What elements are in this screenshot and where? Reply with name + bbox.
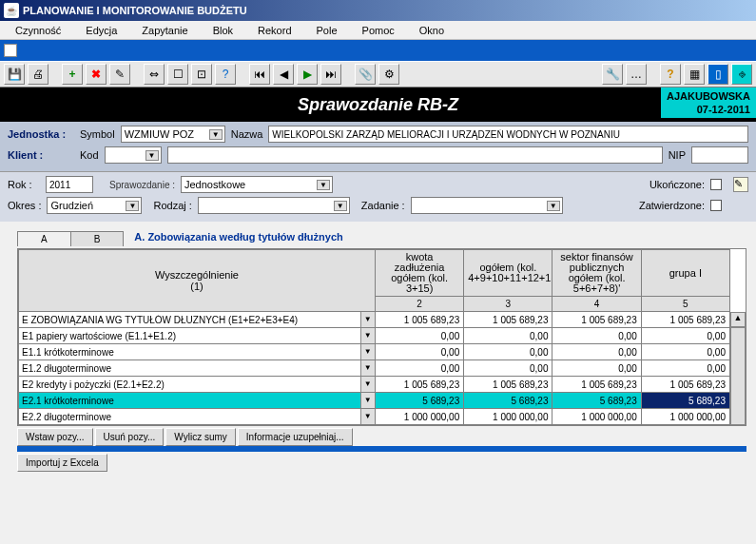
save-icon[interactable]: 💾 <box>4 64 25 85</box>
cell[interactable]: 1 005 689,23 <box>641 377 729 393</box>
menu-rekord[interactable]: Rekord <box>246 23 302 38</box>
row-name-input[interactable] <box>19 393 360 408</box>
cell[interactable]: 1 005 689,23 <box>552 377 641 393</box>
menu-czynnosc[interactable]: Czynność <box>4 23 72 38</box>
list-icon[interactable]: ▯ <box>708 64 728 85</box>
dropdown-icon[interactable]: ▼ <box>360 393 375 408</box>
cell[interactable]: 1 000 000,00 <box>552 409 641 425</box>
nazwa-input[interactable] <box>268 126 748 143</box>
next-icon[interactable]: ▶ <box>297 64 318 85</box>
menu-okno[interactable]: Okno <box>408 23 456 38</box>
rok-input[interactable] <box>46 176 93 193</box>
help2-icon[interactable]: ? <box>660 64 681 85</box>
table-row[interactable]: ▼1 000 000,001 000 000,001 000 000,001 0… <box>19 409 730 425</box>
save-window-icon[interactable] <box>4 44 17 57</box>
row-name-cell[interactable]: ▼ <box>19 328 376 344</box>
cell[interactable]: 0,00 <box>376 328 464 344</box>
menu-blok[interactable]: Blok <box>202 23 244 38</box>
nav1-icon[interactable]: ⇔ <box>144 64 165 85</box>
table-row[interactable]: ▼0,000,000,000,00 <box>19 360 730 377</box>
ukonczone-checkbox[interactable] <box>710 179 722 190</box>
tab-a[interactable]: A <box>17 231 71 246</box>
klient-input[interactable] <box>167 146 663 164</box>
dropdown-icon[interactable]: ▼ <box>360 344 375 359</box>
cell[interactable]: 0,00 <box>464 360 552 377</box>
dropdown-icon[interactable]: ▼ <box>360 377 375 392</box>
wstaw-button[interactable]: Wstaw pozy... <box>17 428 93 446</box>
cell[interactable]: 5 689,23 <box>552 393 641 409</box>
cell[interactable]: 0,00 <box>376 360 464 377</box>
nav3-icon[interactable]: ⊡ <box>191 64 212 85</box>
cell[interactable]: 1 000 000,00 <box>464 409 552 425</box>
cell[interactable]: 1 005 689,23 <box>376 377 464 393</box>
zadanie-combo[interactable] <box>411 197 563 214</box>
cell[interactable]: 0,00 <box>552 360 641 377</box>
tab-b[interactable]: B <box>70 231 125 246</box>
info-button[interactable]: Informacje uzupełniaj... <box>238 428 353 446</box>
row-name-cell[interactable]: ▼ <box>19 393 376 409</box>
cell[interactable]: 5 689,23 <box>641 393 729 409</box>
dropdown-icon[interactable]: ▼ <box>360 409 375 424</box>
dropdown-icon[interactable]: ▼ <box>360 360 375 376</box>
menu-pole[interactable]: Pole <box>305 23 349 38</box>
import-button[interactable]: Importuj z Excela <box>17 454 107 472</box>
dropdown-icon[interactable]: ▼ <box>360 312 375 327</box>
symbol-combo[interactable]: WZMIUW POZ <box>121 126 225 143</box>
grid-icon[interactable]: ▦ <box>684 64 705 85</box>
menu-zapytanie[interactable]: Zapytanie <box>130 23 199 38</box>
usun-button[interactable]: Usuń pozy... <box>95 428 165 446</box>
cell[interactable]: 0,00 <box>641 360 729 377</box>
delete-icon[interactable]: ✖ <box>86 64 107 85</box>
okres-combo[interactable]: Grudzień <box>47 197 142 214</box>
table-row[interactable]: ▼0,000,000,000,00 <box>19 328 730 344</box>
menu-edycja[interactable]: Edycja <box>74 23 128 38</box>
table-row[interactable]: ▼5 689,235 689,235 689,235 689,23 <box>19 393 730 409</box>
row-name-cell[interactable]: ▼ <box>19 344 376 360</box>
cell[interactable]: 0,00 <box>641 328 729 344</box>
nip-input[interactable] <box>691 146 748 164</box>
cell[interactable]: 1 000 000,00 <box>641 409 729 425</box>
table-row[interactable]: ▼1 005 689,231 005 689,231 005 689,231 0… <box>19 312 730 328</box>
cell[interactable]: 0,00 <box>552 328 641 344</box>
cell[interactable]: 0,00 <box>464 328 552 344</box>
help-icon[interactable]: ? <box>215 64 236 85</box>
scrollbar-track[interactable] <box>730 327 746 425</box>
row-name-input[interactable] <box>19 409 360 424</box>
print-icon[interactable]: 🖨 <box>28 64 48 85</box>
row-name-cell[interactable]: ▼ <box>19 377 376 393</box>
clear-icon[interactable]: ✎ <box>109 64 130 85</box>
tool-icon[interactable]: ⚙ <box>378 64 399 85</box>
cell[interactable]: 1 005 689,23 <box>464 312 552 328</box>
cell[interactable]: 1 005 689,23 <box>552 312 641 328</box>
row-name-input[interactable] <box>19 344 360 359</box>
nav2-icon[interactable]: ☐ <box>167 64 188 85</box>
row-name-input[interactable] <box>19 377 360 392</box>
row-name-input[interactable] <box>19 360 360 376</box>
table-row[interactable]: ▼0,000,000,000,00 <box>19 344 730 360</box>
row-name-input[interactable] <box>19 328 360 343</box>
cell[interactable]: 5 689,23 <box>464 393 552 409</box>
cell[interactable]: 5 689,23 <box>376 393 464 409</box>
menu-pomoc[interactable]: Pomoc <box>351 23 406 38</box>
cell[interactable]: 0,00 <box>641 344 729 360</box>
zatwierdzone-checkbox[interactable] <box>710 200 722 211</box>
rodzaj-combo[interactable] <box>198 197 350 214</box>
cell[interactable]: 0,00 <box>464 344 552 360</box>
misc1-icon[interactable]: 🔧 <box>602 64 623 85</box>
row-name-input[interactable] <box>19 312 360 327</box>
dropdown-icon[interactable]: ▼ <box>360 328 375 343</box>
add-icon[interactable]: + <box>62 64 83 85</box>
cell[interactable]: 0,00 <box>376 344 464 360</box>
edit-pencil-icon[interactable]: ✎ <box>733 177 748 192</box>
row-name-cell[interactable]: ▼ <box>19 409 376 425</box>
kod-combo[interactable] <box>105 146 162 164</box>
cell[interactable]: 1 005 689,23 <box>464 377 552 393</box>
scroll-up-icon[interactable]: ▲ <box>730 312 746 327</box>
row-name-cell[interactable]: ▼ <box>19 312 376 328</box>
last-icon[interactable]: ⏭ <box>320 64 341 85</box>
table-row[interactable]: ▼1 005 689,231 005 689,231 005 689,231 0… <box>19 377 730 393</box>
cell[interactable]: 1 000 000,00 <box>376 409 464 425</box>
cell[interactable]: 1 005 689,23 <box>376 312 464 328</box>
prev-icon[interactable]: ◀ <box>273 64 294 85</box>
cell[interactable]: 1 005 689,23 <box>641 312 729 328</box>
